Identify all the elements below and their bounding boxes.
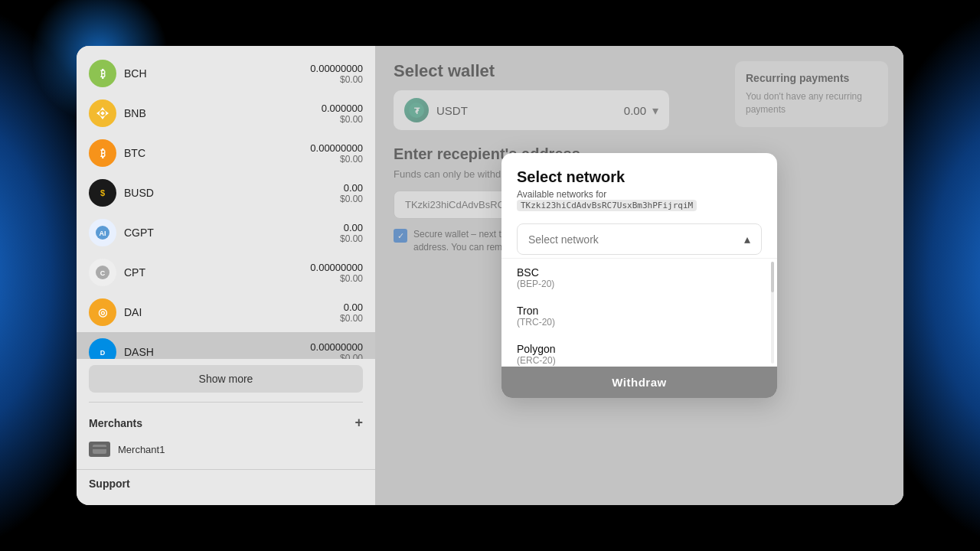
coin-balance-busd: 0.00 $0.00 [340,182,363,204]
merchants-title: Merchants + [89,415,363,431]
coin-item-bch[interactable]: ₿ BCH 0.00000000 $0.00 [77,54,375,93]
svg-text:C: C [100,269,106,277]
show-more-button[interactable]: Show more [89,365,363,393]
add-merchant-button[interactable]: + [354,415,363,431]
svg-marker-1 [100,116,106,119]
coin-name-btc: BTC [124,147,310,159]
modal-subtitle: Available networks for TKzki23hiCdAdvBsR… [517,189,762,211]
support-section: Support [77,469,375,497]
busd-icon: $ [89,179,116,207]
coin-balance-dash: 0.00000000 $0.00 [310,341,363,360]
coin-item-dash[interactable]: D DASH 0.00000000 $0.00 [77,332,375,359]
coin-name-dash: DASH [124,346,310,358]
cpt-icon: C [89,259,116,286]
merchant1-item[interactable]: Merchant1 [89,435,363,463]
coin-balance-dai: 0.00 $0.00 [340,302,363,324]
withdraw-button[interactable]: Withdraw [501,367,777,398]
select-network-modal: Select network Available networks for TK… [501,153,777,398]
coin-item-busd[interactable]: $ BUSD 0.00 $0.00 [77,173,375,213]
coin-name-bnb: BNB [124,107,322,119]
modal-overlay: Select network Available networks for TK… [375,46,903,505]
scroll-track [771,262,774,364]
coin-item-dai[interactable]: ◎ DAI 0.00 $0.00 [77,292,375,332]
svg-marker-3 [105,111,109,116]
coin-balance-bch: 0.00000000 $0.00 [310,63,363,85]
coin-list: ₿ BCH 0.00000000 $0.00 BNB 0.000000 $0.0… [77,54,375,359]
network-item-bsc[interactable]: BSC (BEP-20) [501,259,777,297]
svg-marker-0 [100,107,106,111]
network-selector-header[interactable]: Select network ▴ [517,223,762,255]
modal-title: Select network [517,168,762,186]
modal-address-badge: TKzki23hiCdAdvBsRC7UsxBm3hPFijrqiM [517,200,697,211]
network-item-polygon[interactable]: Polygon (ERC-20) [501,335,777,367]
coin-name-bch: BCH [124,67,310,80]
coin-balance-btc: 0.00000000 $0.00 [310,142,363,165]
scroll-thumb[interactable] [771,262,774,292]
coin-name-cpt: CPT [124,266,310,279]
main-content: Recurring payments You don't have any re… [375,46,903,505]
bnb-icon [89,99,116,127]
coin-item-cgpt[interactable]: AI CGPT 0.00 $0.00 [77,213,375,253]
coin-item-cpt[interactable]: C CPT 0.00000000 $0.00 [77,253,375,292]
svg-rect-4 [100,111,105,116]
coin-item-bnb[interactable]: BNB 0.000000 $0.00 [77,93,375,133]
network-item-tron[interactable]: Tron (TRC-20) [501,297,777,335]
coin-balance-bnb: 0.000000 $0.00 [322,103,363,125]
main-container: ₿ BCH 0.00000000 $0.00 BNB 0.000000 $0.0… [77,46,903,505]
coin-name-busd: BUSD [124,187,340,199]
chevron-up-icon: ▴ [744,232,750,246]
dash-icon: D [89,338,116,359]
coin-name-dai: DAI [124,306,340,318]
btc-icon: ₿ [89,139,116,167]
coin-balance-cpt: 0.00000000 $0.00 [310,262,363,284]
merchants-section: Merchants + Merchant1 [77,406,375,466]
svg-text:D: D [100,349,106,357]
network-list: BSC (BEP-20) Tron (TRC-20) Polygon (ERC-… [501,258,777,367]
bch-icon: ₿ [89,60,116,87]
sidebar: ₿ BCH 0.00000000 $0.00 BNB 0.000000 $0.0… [77,46,375,505]
coin-name-cgpt: CGPT [124,227,340,239]
merchant1-icon [89,442,110,457]
dai-icon: ◎ [89,298,116,326]
modal-header: Select network Available networks for TK… [501,153,777,223]
cgpt-icon: AI [89,219,116,246]
svg-rect-12 [93,447,106,449]
svg-marker-2 [96,111,100,116]
coin-item-btc[interactable]: ₿ BTC 0.00000000 $0.00 [77,133,375,173]
coin-balance-cgpt: 0.00 $0.00 [340,222,363,244]
network-selector-label: Select network [528,233,599,246]
merchant1-label: Merchant1 [118,444,165,455]
svg-text:AI: AI [100,230,106,237]
